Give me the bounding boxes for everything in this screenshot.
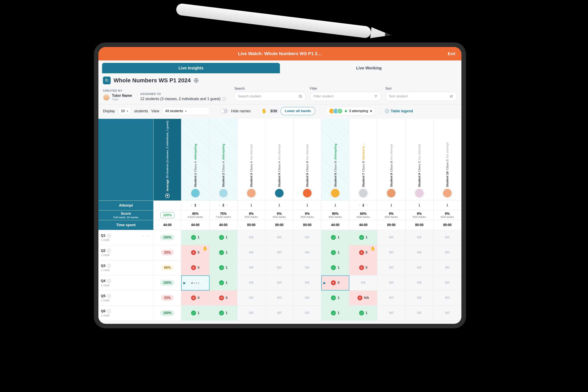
student-avatar[interactable] (330, 188, 340, 198)
sort-input[interactable]: Sort student (386, 92, 457, 101)
answer-cell[interactable]: NR (434, 306, 462, 321)
question-prev-icon[interactable]: ← (142, 234, 145, 238)
header-student[interactable]: Student 3 Class A No attempt (238, 119, 266, 201)
answer-cell[interactable]: NR (377, 306, 405, 321)
attempt-prev-icon[interactable]: 〈 (218, 204, 220, 207)
header-student[interactable]: Student 9 Class C No attempt (406, 119, 434, 201)
attempt-cell[interactable]: 1 (294, 201, 321, 210)
answer-cell[interactable]: 1 (349, 230, 377, 245)
filter-input[interactable]: Filter student (310, 92, 382, 101)
answer-cell[interactable]: NR (294, 306, 321, 321)
answer-cell[interactable]: ✋0 (349, 245, 377, 260)
view-select[interactable]: All students▾ (162, 107, 210, 115)
attempt-cell[interactable]: 1 (321, 201, 349, 210)
answer-cell[interactable]: 1 (181, 306, 209, 321)
answer-cell[interactable]: ✋0 (181, 245, 209, 260)
answer-cell[interactable]: NR (434, 245, 462, 260)
answer-cell[interactable]: NR (406, 276, 434, 290)
answer-cell[interactable]: 1 (321, 290, 349, 306)
answer-cell[interactable]: 1 (210, 230, 238, 245)
answer-cell[interactable]: 1 (210, 260, 238, 276)
attempt-cell[interactable]: 〈2〉 (349, 201, 377, 210)
answer-cell[interactable]: ▶0 (321, 276, 349, 290)
answer-cell[interactable]: NR (377, 276, 405, 290)
answer-cell[interactable]: NR (294, 260, 321, 276)
answer-cell[interactable]: NR (406, 230, 434, 245)
question-info-icon[interactable]: i (107, 279, 111, 283)
answer-cell[interactable]: NR (266, 245, 294, 260)
answer-cell[interactable]: NA (349, 290, 377, 306)
question-info-icon[interactable]: i (107, 249, 111, 252)
hide-names-toggle[interactable] (220, 109, 228, 113)
answer-cell[interactable]: NR (294, 276, 321, 290)
answer-cell[interactable]: NR (238, 306, 266, 321)
header-student[interactable]: Student 5 Class B No attempt (294, 119, 321, 201)
header-student[interactable]: Student 6 Class B Attempting (321, 119, 349, 201)
play-icon[interactable]: ▶ (324, 281, 326, 285)
attempt-prev-icon[interactable]: 〈 (358, 204, 360, 207)
attempt-cell[interactable]: 1 (377, 201, 405, 210)
answer-cell[interactable]: NR (377, 245, 405, 260)
answer-cell[interactable]: NR (266, 306, 294, 321)
search-input[interactable]: Search student (234, 92, 306, 101)
answer-cell[interactable]: NR (434, 276, 462, 290)
attempt-cell[interactable]: 1 (406, 201, 434, 210)
tab-live-working[interactable]: Live Working (280, 63, 458, 73)
question-next-icon[interactable]: → (146, 234, 150, 238)
answer-cell[interactable]: NR (294, 290, 321, 306)
assigned-info-icon[interactable]: i (222, 97, 226, 101)
answer-cell[interactable]: NR (238, 245, 266, 260)
play-icon[interactable]: ▶ (183, 281, 186, 285)
answer-cell[interactable]: 1 (321, 245, 349, 260)
student-avatar[interactable] (386, 188, 396, 198)
attempt-cell[interactable]: 1 (434, 201, 462, 210)
header-student[interactable]: Student 7 Class B Started &… (349, 119, 377, 201)
student-avatar[interactable] (302, 188, 312, 198)
attempt-cell[interactable]: 1 (266, 201, 294, 210)
attempt-next-icon[interactable]: 〉 (226, 204, 229, 207)
creator-avatar[interactable] (103, 94, 110, 101)
answer-cell[interactable]: 0 (349, 260, 377, 276)
question-info-icon[interactable]: i (107, 264, 111, 268)
answer-cell[interactable]: 0 (210, 290, 238, 306)
answer-cell[interactable]: NR (294, 245, 321, 260)
answer-cell[interactable]: NR (406, 260, 434, 276)
answer-cell[interactable]: NR (434, 230, 462, 245)
header-student[interactable]: Student 8 Class B No attempt (377, 119, 405, 201)
answer-cell[interactable]: 1 (321, 230, 349, 245)
header-student[interactable]: Student 1 Class A Attempting (181, 119, 209, 201)
student-avatar[interactable] (218, 188, 228, 198)
answer-cell[interactable]: NR (266, 260, 294, 276)
student-avatar[interactable] (274, 188, 284, 198)
answer-cell[interactable]: NR (377, 260, 405, 276)
exit-button[interactable]: Exit (448, 52, 455, 56)
tab-live-insights[interactable]: Live Insights (102, 63, 280, 73)
answer-cell[interactable]: 1 (210, 306, 238, 321)
answer-cell[interactable]: NR (406, 306, 434, 321)
attempting-dropdown[interactable]: 3 attempting ▾ (326, 106, 375, 116)
question-info-icon[interactable]: i (107, 294, 111, 298)
attempt-next-icon[interactable]: 〉 (366, 204, 369, 207)
table-legend-link[interactable]: i Table legend (385, 109, 413, 113)
student-avatar[interactable] (190, 188, 200, 198)
answer-cell[interactable]: NR (238, 260, 266, 276)
answer-cell[interactable]: NR (294, 230, 321, 245)
answer-cell[interactable]: 1 (321, 260, 349, 276)
answer-cell[interactable]: NR (434, 290, 462, 306)
hand-raised-icon[interactable]: ✋ (202, 246, 208, 251)
attempt-next-icon[interactable]: 〉 (198, 204, 201, 207)
attempt-prev-icon[interactable]: 〈 (190, 204, 192, 207)
answer-cell[interactable]: 1 (210, 245, 238, 260)
answer-cell[interactable]: NR (266, 290, 294, 306)
answer-cell[interactable]: 1 (210, 276, 238, 290)
attempt-cell[interactable]: 〈2〉 (181, 201, 209, 210)
page-size-select[interactable]: 10▾ (118, 107, 131, 115)
header-student[interactable]: Student 4 Class A No attempt (266, 119, 294, 201)
student-avatar[interactable] (358, 188, 368, 198)
answer-cell[interactable]: NR (349, 276, 377, 290)
answer-cell[interactable]: NR (238, 290, 266, 306)
answer-cell[interactable]: NR (266, 230, 294, 245)
answer-cell[interactable]: NR (238, 276, 266, 290)
answer-cell[interactable]: NR (377, 230, 405, 245)
student-avatar[interactable] (414, 188, 424, 198)
